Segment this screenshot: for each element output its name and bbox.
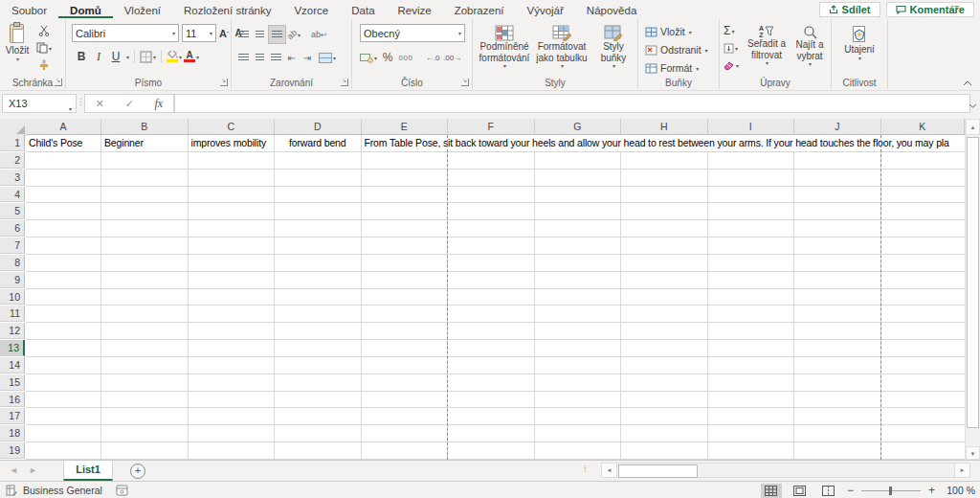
vertical-scroll-thumb[interactable] [967, 137, 979, 428]
orientation-button[interactable]: ab▾ [286, 26, 301, 43]
bold-button[interactable]: B [74, 48, 89, 65]
cell-D1[interactable]: forward bend [275, 135, 361, 151]
number-format-combobox[interactable]: Obecný▾ [360, 24, 465, 42]
cut-button[interactable] [36, 22, 52, 39]
row-header-7[interactable]: 7 [0, 238, 25, 254]
column-header-A[interactable]: A [26, 119, 101, 135]
decrease-indent-button[interactable]: ⇤ [284, 49, 300, 66]
grid-body[interactable]: Child's PoseBeginnerimproves mobilityfor… [26, 135, 965, 460]
column-header-C[interactable]: C [189, 119, 276, 135]
menu-tab-9[interactable]: Nápověda [575, 2, 648, 18]
comments-button[interactable]: Komentáře [886, 2, 974, 17]
paste-button[interactable]: Vložit ▾ [2, 22, 33, 62]
sort-filter-button[interactable]: AZ Seřadit a filtrovat ▾ [745, 21, 789, 80]
align-bottom-button[interactable] [268, 25, 286, 44]
row-header-1[interactable]: 1 [0, 135, 25, 151]
accounting-format-button[interactable]: ▾ [360, 49, 377, 66]
comma-style-button[interactable]: 000 [398, 49, 413, 66]
horizontal-scrollbar[interactable]: ◄ ► [601, 463, 970, 478]
sensitivity-button[interactable]: Utajení ▾ [837, 21, 881, 80]
column-header-D[interactable]: D [275, 119, 362, 135]
macro-record-icon[interactable] [116, 485, 128, 496]
menu-tab-8[interactable]: Vývojář [515, 2, 574, 18]
scroll-left-icon[interactable]: ◄ [602, 464, 617, 477]
row-header-18[interactable]: 18 [0, 425, 25, 441]
column-header-K[interactable]: K [881, 119, 966, 135]
row-header-14[interactable]: 14 [0, 357, 25, 374]
align-right-button[interactable] [268, 49, 284, 66]
cell-E1[interactable]: From Table Pose, sit back toward your he… [362, 135, 966, 151]
column-header-E[interactable]: E [362, 119, 449, 135]
select-all-corner[interactable] [0, 119, 27, 136]
cell-C1[interactable]: improves mobility [189, 135, 275, 151]
font-size-combobox[interactable]: 11▾ [182, 24, 216, 42]
row-header-17[interactable]: 17 [0, 408, 25, 424]
zoom-slider-thumb[interactable] [889, 487, 892, 495]
align-top-button[interactable] [235, 26, 252, 43]
prev-sheet-icon[interactable]: ◄ [10, 465, 18, 475]
format-cells-button[interactable]: Formát ▾ [645, 59, 708, 77]
cell-styles-button[interactable]: Styly buňky ▾ [591, 21, 635, 80]
copy-button[interactable]: ▾ [36, 39, 52, 57]
insert-cells-button[interactable]: Vložit ▾ [645, 23, 708, 40]
autosum-button[interactable]: Σ▾ [724, 22, 739, 39]
row-header-6[interactable]: 6 [0, 220, 25, 237]
status-left-text[interactable]: Business General [23, 485, 102, 496]
menu-tab-5[interactable]: Data [340, 2, 386, 18]
font-color-button[interactable]: A ▾ [184, 48, 199, 65]
dialog-launcher-icon[interactable]: ↘ [220, 79, 228, 86]
increase-font-button[interactable]: Aˆ [216, 25, 232, 42]
row-header-16[interactable]: 16 [0, 392, 25, 408]
page-layout-view-button[interactable] [790, 484, 811, 498]
horizontal-scroll-thumb[interactable] [618, 464, 698, 478]
increase-decimal-button[interactable]: ←.0 [425, 49, 440, 66]
zoom-out-button[interactable]: − [847, 486, 854, 495]
merge-center-button[interactable]: ▾ [319, 49, 336, 66]
percent-style-button[interactable]: % [380, 49, 395, 66]
clear-button[interactable]: ▾ [724, 57, 739, 74]
insert-function-button[interactable]: fx [155, 97, 164, 111]
vertical-scrollbar[interactable]: ▲ ▼ [965, 119, 980, 460]
format-as-table-button[interactable]: Formátovat jako tabulku ▾ [534, 21, 590, 80]
row-header-13[interactable]: 13 [0, 340, 25, 356]
page-break-view-button[interactable] [818, 484, 839, 498]
row-header-3[interactable]: 3 [0, 170, 25, 186]
delete-cells-button[interactable]: Odstranit ▾ [645, 41, 708, 58]
row-header-12[interactable]: 12 [0, 323, 25, 339]
wrap-text-button[interactable]: ab↩ [311, 26, 327, 43]
row-header-4[interactable]: 4 [0, 187, 25, 203]
cell-A1[interactable]: Child's Pose [26, 135, 100, 151]
row-header-19[interactable]: 19 [0, 442, 25, 459]
column-header-J[interactable]: J [794, 119, 881, 135]
row-header-10[interactable]: 10 [0, 289, 25, 306]
scroll-down-icon[interactable]: ▼ [966, 446, 980, 460]
formula-input[interactable] [174, 94, 970, 113]
collapse-ribbon-icon[interactable] [963, 80, 972, 86]
menu-tab-2[interactable]: Vložení [113, 2, 172, 18]
dialog-launcher-icon[interactable]: ↘ [341, 79, 348, 86]
menu-tab-1[interactable]: Domů [58, 2, 113, 18]
borders-button[interactable]: ▾ [140, 48, 156, 65]
enter-check-icon[interactable]: ✓ [125, 98, 134, 110]
conditional-formatting-button[interactable]: Podmíněné formátování ▾ [477, 21, 532, 80]
expand-formula-bar-icon[interactable] [969, 99, 977, 110]
row-header-9[interactable]: 9 [0, 272, 25, 288]
dialog-launcher-icon[interactable]: ↘ [55, 79, 62, 86]
sheet-tab-list1[interactable]: List1 [63, 461, 113, 481]
share-button[interactable]: Sdílet [819, 2, 880, 17]
decrease-decimal-button[interactable]: .00→ [443, 49, 461, 66]
cell-B1[interactable]: Beginner [101, 135, 188, 151]
menu-tab-4[interactable]: Vzorce [282, 2, 340, 18]
fill-button[interactable]: ▾ [724, 39, 739, 57]
fill-color-button[interactable]: ▾ [167, 48, 182, 65]
namebox-grip[interactable]: ⋮ [77, 97, 84, 106]
scroll-up-icon[interactable]: ▲ [966, 119, 980, 135]
increase-indent-button[interactable]: ⇥ [300, 49, 315, 66]
dialog-launcher-icon[interactable]: ↘ [461, 79, 469, 86]
row-header-8[interactable]: 8 [0, 255, 25, 271]
column-header-F[interactable]: F [448, 119, 535, 135]
italic-button[interactable]: I [91, 48, 106, 65]
hscroll-grip[interactable]: ⁞ [584, 464, 586, 474]
next-sheet-icon[interactable]: ► [29, 465, 37, 475]
row-header-11[interactable]: 11 [0, 306, 25, 322]
